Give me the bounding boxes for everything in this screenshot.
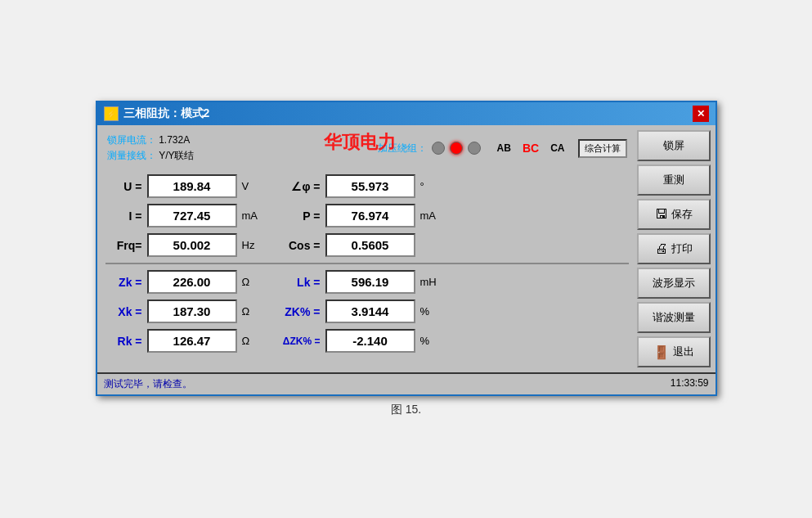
main-area: 锁屏电流： 1.732A 测量接线： Y/Y联结 华顶电力 加压绕组：	[102, 130, 632, 367]
p-label: P =	[271, 209, 321, 223]
u-value: 189.84	[147, 174, 237, 198]
close-button[interactable]: ✕	[693, 106, 709, 122]
separator-1	[105, 263, 629, 264]
frq-value: 50.002	[147, 233, 237, 257]
lk-value: 596.19	[325, 270, 415, 294]
angle-label: ∠φ =	[271, 180, 321, 193]
rk-label: Rk =	[105, 335, 142, 348]
voltage-group-label: 加压绕组：	[378, 142, 427, 155]
rk-value: 126.47	[147, 329, 237, 353]
xk-row: Xk = 187.30 Ω ZK% = 3.9144 %	[105, 298, 629, 325]
voltage-group: 加压绕组：	[378, 142, 481, 155]
zk-unit: Ω	[242, 276, 267, 288]
exit-btn-label: 退出	[673, 345, 694, 359]
lock-button[interactable]: 锁屏	[637, 130, 711, 161]
dzkp-value: -2.140	[325, 329, 415, 353]
dzkp-label: ΔZK% =	[271, 336, 321, 347]
xk-value: 187.30	[147, 300, 237, 323]
status-time: 11:33:59	[671, 377, 709, 391]
title-bar-left: ⚡ 三相阻抗：模式2	[104, 106, 210, 121]
frq-label: Frq=	[105, 239, 142, 252]
bc-label: BC	[523, 142, 539, 155]
xk-label: Xk =	[105, 305, 142, 318]
frq-row: Frq= 50.002 Hz Cos = 0.5605	[105, 232, 629, 259]
led-ab	[432, 142, 445, 155]
lk-label: Lk =	[271, 276, 321, 289]
window-icon: ⚡	[104, 106, 119, 121]
harmonic-button[interactable]: 谐波测量	[637, 302, 711, 333]
zkp-label: ZK% =	[271, 305, 321, 318]
zk-label: Zk =	[105, 276, 142, 289]
ca-label: CA	[550, 142, 564, 154]
window-body: 锁屏电流： 1.732A 测量接线： Y/Y联结 华顶电力 加压绕组：	[97, 125, 716, 372]
xk-unit: Ω	[242, 305, 267, 318]
lock-current-row: 锁屏电流： 1.732A	[107, 133, 195, 147]
data-grid: U = 189.84 V ∠φ = 55.973 ° I = 727.45 mA…	[102, 169, 632, 358]
i-value: 727.45	[147, 204, 237, 227]
u-label: U =	[105, 180, 142, 193]
dzkp-unit: %	[420, 335, 445, 347]
retest-btn-label: 重测	[663, 173, 684, 187]
angle-unit: °	[420, 180, 424, 192]
info-bar: 锁屏电流： 1.732A 测量接线： Y/Y联结 华顶电力 加压绕组：	[102, 130, 632, 166]
figure-caption: 图 15.	[391, 403, 421, 417]
lk-unit: mH	[420, 276, 445, 288]
waveform-btn-label: 波形显示	[653, 276, 695, 291]
angle-value: 55.973	[325, 174, 415, 198]
rk-unit: Ω	[242, 335, 267, 347]
title-bar: ⚡ 三相阻抗：模式2 ✕	[97, 102, 716, 125]
exit-button[interactable]: 🚪 退出	[637, 336, 711, 367]
exit-icon: 🚪	[653, 345, 670, 360]
info-left: 锁屏电流： 1.732A 测量接线： Y/Y联结	[107, 133, 195, 163]
print-icon: 🖨	[655, 241, 668, 256]
u-unit: V	[242, 180, 267, 192]
calc-button[interactable]: 综合计算	[578, 139, 627, 158]
save-button[interactable]: 🖫 保存	[637, 199, 711, 230]
main-window: ⚡ 三相阻抗：模式2 ✕ 锁屏电流： 1.732A 测量接线： Y/Y联结	[96, 101, 717, 396]
led-bc	[450, 142, 463, 155]
lock-value: 1.732A	[159, 134, 190, 146]
p-value: 76.974	[325, 204, 415, 227]
save-icon: 🖫	[655, 207, 668, 222]
retest-button[interactable]: 重测	[637, 164, 711, 196]
led-ca	[468, 142, 481, 155]
ab-bc-ca-labels: AB BC CA	[497, 142, 565, 155]
status-bar: 测试完毕，请检查。 11:33:59	[97, 372, 716, 394]
lock-btn-label: 锁屏	[663, 138, 684, 153]
waveform-button[interactable]: 波形显示	[637, 268, 711, 299]
i-unit: mA	[242, 209, 267, 222]
harmonic-btn-label: 谐波测量	[653, 310, 695, 325]
zk-value: 226.00	[147, 270, 237, 294]
p-unit: mA	[420, 209, 445, 222]
window-title: 三相阻抗：模式2	[123, 106, 210, 121]
cos-value: 0.5605	[325, 233, 415, 257]
frq-unit: Hz	[242, 239, 267, 251]
zkp-value: 3.9144	[325, 300, 415, 323]
print-btn-label: 打印	[671, 241, 693, 256]
ab-label: AB	[497, 142, 511, 154]
zkp-unit: %	[420, 305, 445, 318]
i-label: I =	[105, 209, 142, 223]
zk-row: Zk = 226.00 Ω Lk = 596.19 mH	[105, 268, 629, 295]
rk-row: Rk = 126.47 Ω ΔZK% = -2.140 %	[105, 327, 629, 354]
u-row: U = 189.84 V ∠φ = 55.973 °	[105, 173, 629, 200]
measure-label: 测量接线：	[107, 150, 156, 161]
i-row: I = 727.45 mA P = 76.974 mA	[105, 202, 629, 229]
right-panel: 锁屏 重测 🖫 保存 🖨 打印 波形显示 谐波测量 🚪 退出	[637, 130, 711, 367]
save-btn-label: 保存	[671, 207, 693, 222]
measure-row: 测量接线： Y/Y联结	[107, 149, 195, 163]
print-button[interactable]: 🖨 打印	[637, 233, 711, 264]
cos-label: Cos =	[271, 239, 321, 252]
lock-label: 锁屏电流：	[107, 134, 156, 146]
measure-value: Y/Y联结	[159, 150, 194, 161]
status-message: 测试完毕，请检查。	[104, 377, 192, 391]
